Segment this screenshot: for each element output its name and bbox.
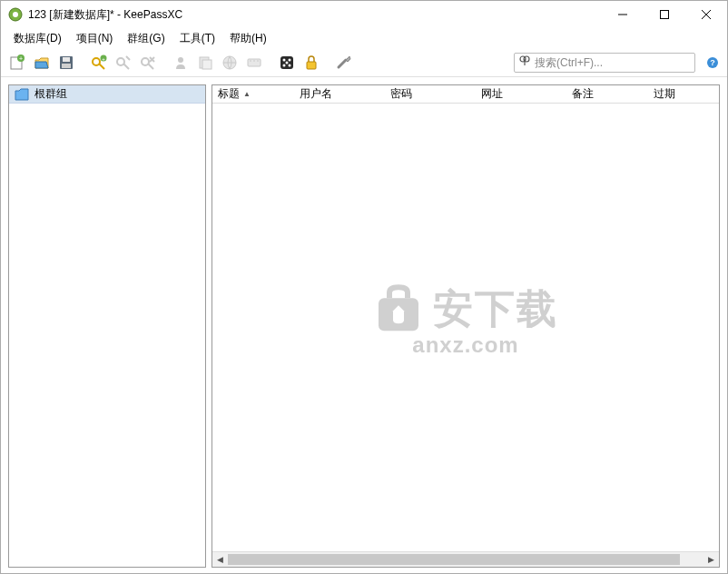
- scroll-right-icon[interactable]: ▶: [703, 552, 719, 568]
- column-password[interactable]: 密码: [385, 86, 476, 102]
- save-database-button[interactable]: [55, 52, 77, 74]
- copy-password-button[interactable]: [194, 52, 216, 74]
- column-notes[interactable]: 备注: [566, 86, 648, 102]
- horizontal-scrollbar[interactable]: ◀ ▶: [212, 551, 719, 567]
- entry-list-body[interactable]: 安下载 anxz.com: [212, 104, 719, 551]
- add-entry-button[interactable]: +: [88, 52, 110, 74]
- menu-groups[interactable]: 群组(G): [120, 29, 172, 48]
- svg-point-30: [286, 61, 289, 64]
- entry-list: 标题▲ 用户名 密码 网址 备注 过期 安下载 anxz.com: [212, 84, 720, 568]
- settings-button[interactable]: [333, 52, 355, 74]
- menu-entries[interactable]: 项目(N): [69, 29, 121, 48]
- svg-rect-3: [661, 11, 669, 19]
- app-icon: [8, 7, 23, 22]
- watermark: 安下载 anxz.com: [373, 282, 558, 358]
- search-icon: [518, 54, 531, 71]
- svg-text:+: +: [19, 55, 23, 62]
- scroll-thumb[interactable]: [228, 554, 680, 565]
- copy-url-button[interactable]: [219, 52, 241, 74]
- column-url[interactable]: 网址: [476, 86, 566, 102]
- column-expires[interactable]: 过期: [648, 86, 719, 102]
- maximize-button[interactable]: [644, 1, 685, 28]
- sort-asc-icon: ▲: [243, 90, 251, 98]
- toolbar: + + ?: [1, 48, 727, 77]
- search-input[interactable]: [531, 56, 691, 69]
- svg-rect-33: [307, 62, 316, 69]
- root-group-item[interactable]: 根群组: [9, 85, 205, 104]
- content-area: 根群组 标题▲ 用户名 密码 网址 备注 过期 安下载 anxz.: [1, 77, 727, 574]
- root-group-label: 根群组: [34, 86, 67, 102]
- svg-text:?: ?: [710, 58, 715, 67]
- svg-rect-11: [62, 64, 71, 68]
- column-title[interactable]: 标题▲: [212, 86, 294, 102]
- menu-database[interactable]: 数据库(D): [6, 29, 69, 48]
- delete-entry-button[interactable]: [137, 52, 159, 74]
- svg-point-32: [289, 64, 291, 66]
- group-tree[interactable]: 根群组: [8, 84, 206, 568]
- minimize-button[interactable]: [602, 1, 644, 28]
- watermark-icon: [373, 283, 424, 334]
- svg-point-19: [178, 57, 183, 63]
- svg-rect-10: [63, 57, 70, 62]
- menubar: 数据库(D) 项目(N) 群组(G) 工具(T) 帮助(H): [1, 28, 727, 48]
- svg-rect-21: [202, 60, 212, 69]
- open-database-button[interactable]: [31, 52, 53, 74]
- perform-autotype-button[interactable]: [243, 52, 265, 74]
- watermark-text: 安下载: [433, 282, 558, 336]
- new-database-button[interactable]: +: [6, 52, 28, 74]
- svg-text:+: +: [102, 55, 105, 61]
- password-generator-button[interactable]: [276, 52, 298, 74]
- close-button[interactable]: [685, 1, 727, 28]
- lock-database-button[interactable]: [300, 52, 322, 74]
- svg-point-1: [13, 12, 18, 17]
- svg-point-29: [289, 58, 291, 61]
- window-titlebar: 123 [新建数据库]* - KeePassXC: [1, 1, 727, 28]
- menu-tools[interactable]: 工具(T): [172, 29, 222, 48]
- scroll-left-icon[interactable]: ◀: [212, 552, 228, 568]
- watermark-sub: anxz.com: [412, 332, 518, 358]
- scroll-track[interactable]: [228, 552, 703, 567]
- svg-rect-23: [248, 59, 261, 66]
- search-box[interactable]: [514, 53, 695, 73]
- column-headers: 标题▲ 用户名 密码 网址 备注 过期: [212, 85, 719, 104]
- svg-point-31: [283, 64, 286, 66]
- window-title: 123 [新建数据库]* - KeePassXC: [28, 7, 602, 23]
- folder-icon: [15, 88, 29, 101]
- menu-help[interactable]: 帮助(H): [222, 29, 274, 48]
- column-username[interactable]: 用户名: [294, 86, 385, 102]
- copy-username-button[interactable]: [170, 52, 192, 74]
- search-help-button[interactable]: ?: [703, 54, 722, 72]
- edit-entry-button[interactable]: [113, 52, 134, 74]
- svg-point-28: [283, 58, 286, 61]
